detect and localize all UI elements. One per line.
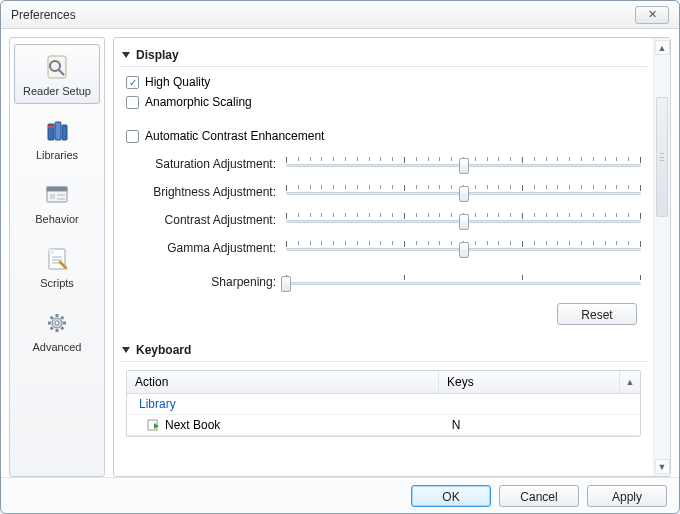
row-action: Next Book [165, 418, 220, 432]
svg-line-23 [61, 327, 63, 329]
main-scroll-area: Display ✓ High Quality Anamorphic Scalin… [114, 38, 653, 476]
group-label: Library [127, 394, 441, 414]
sharpening-label: Sharpening: [146, 275, 276, 289]
ok-button[interactable]: OK [411, 485, 491, 507]
chevron-down-icon [122, 52, 130, 58]
high-quality-row: ✓ High Quality [126, 75, 641, 89]
sidebar-item-label: Scripts [40, 277, 74, 289]
table-group-row[interactable]: Library [127, 394, 640, 415]
svg-rect-6 [48, 126, 54, 128]
svg-line-22 [51, 317, 53, 319]
sidebar-item-libraries[interactable]: Libraries [14, 108, 100, 168]
saturation-row: Saturation Adjustment: [146, 155, 641, 173]
book-next-icon [147, 418, 161, 432]
brightness-slider[interactable] [286, 183, 641, 201]
svg-rect-11 [57, 198, 65, 200]
saturation-slider[interactable] [286, 155, 641, 173]
slider-handle[interactable] [459, 186, 469, 202]
sidebar-item-reader-setup[interactable]: Reader Setup [14, 44, 100, 104]
slider-block: Saturation Adjustment: Brightness Adjust… [126, 155, 641, 291]
gamma-slider[interactable] [286, 239, 641, 257]
col-keys[interactable]: Keys [439, 371, 620, 393]
window-icon [41, 179, 73, 211]
reset-row: Reset [126, 297, 641, 327]
section-title: Display [136, 48, 179, 62]
sharpening-slider[interactable] [286, 273, 641, 291]
sidebar-item-behavior[interactable]: Behavior [14, 172, 100, 232]
svg-point-17 [55, 321, 59, 325]
slider-handle[interactable] [459, 242, 469, 258]
vertical-scrollbar[interactable]: ▲ ▼ [653, 38, 670, 476]
auto-contrast-checkbox[interactable] [126, 130, 139, 143]
svg-rect-8 [47, 187, 67, 191]
sharpening-row: Sharpening: [146, 273, 641, 291]
close-button[interactable]: ✕ [635, 6, 669, 24]
keyboard-section-body: Action Keys ▲ Library [120, 362, 647, 441]
auto-contrast-row: Automatic Contrast Enhancement [126, 129, 641, 143]
contrast-slider[interactable] [286, 211, 641, 229]
display-section-body: ✓ High Quality Anamorphic Scaling Automa… [120, 67, 647, 331]
chevron-down-icon [122, 347, 130, 353]
scroll-thumb[interactable] [656, 97, 668, 217]
main-panel: Display ✓ High Quality Anamorphic Scalin… [113, 37, 671, 477]
cancel-button[interactable]: Cancel [499, 485, 579, 507]
sidebar-item-label: Reader Setup [23, 85, 91, 97]
col-scroll-indicator[interactable]: ▲ [620, 371, 640, 393]
anamorphic-checkbox[interactable] [126, 96, 139, 109]
svg-rect-5 [62, 125, 67, 140]
table-row[interactable]: Next Book N [127, 415, 640, 436]
slider-handle[interactable] [459, 158, 469, 174]
preferences-window: Preferences ✕ Reader Setup [0, 0, 680, 514]
high-quality-label: High Quality [145, 75, 210, 89]
sidebar-item-scripts[interactable]: Scripts [14, 236, 100, 296]
keyboard-section: Keyboard Action Keys ▲ Library [120, 339, 647, 441]
scroll-down-button[interactable]: ▼ [655, 459, 670, 474]
books-icon [41, 115, 73, 147]
section-title: Keyboard [136, 343, 191, 357]
scroll-up-button[interactable]: ▲ [655, 40, 670, 55]
display-section-header[interactable]: Display [120, 44, 647, 67]
svg-rect-9 [50, 194, 55, 199]
slider-ticks [286, 275, 641, 281]
svg-line-24 [51, 327, 53, 329]
svg-line-25 [61, 317, 63, 319]
reset-button[interactable]: Reset [557, 303, 637, 325]
titlebar: Preferences ✕ [1, 1, 679, 29]
anamorphic-label: Anamorphic Scaling [145, 95, 252, 109]
display-section: Display ✓ High Quality Anamorphic Scalin… [120, 44, 647, 331]
brightness-label: Brightness Adjustment: [146, 185, 276, 199]
contrast-label: Contrast Adjustment: [146, 213, 276, 227]
keyboard-table: Action Keys ▲ Library [126, 370, 641, 437]
contrast-row: Contrast Adjustment: [146, 211, 641, 229]
keyboard-section-header[interactable]: Keyboard [120, 339, 647, 362]
row-keys: N [444, 415, 620, 435]
slider-handle[interactable] [281, 276, 291, 292]
col-action[interactable]: Action [127, 371, 439, 393]
slider-handle[interactable] [459, 214, 469, 230]
svg-rect-4 [55, 122, 61, 140]
slider-track [286, 282, 641, 285]
window-body: Reader Setup Libraries [1, 29, 679, 477]
magnifier-page-icon [41, 51, 73, 83]
sidebar-item-advanced[interactable]: Advanced [14, 300, 100, 360]
apply-button[interactable]: Apply [587, 485, 667, 507]
sidebar-item-label: Libraries [36, 149, 78, 161]
svg-rect-10 [57, 194, 65, 196]
chevron-up-icon: ▲ [626, 377, 635, 387]
brightness-row: Brightness Adjustment: [146, 183, 641, 201]
saturation-label: Saturation Adjustment: [146, 157, 276, 171]
sidebar: Reader Setup Libraries [9, 37, 105, 477]
high-quality-checkbox[interactable]: ✓ [126, 76, 139, 89]
gear-icon [41, 307, 73, 339]
table-header: Action Keys ▲ [127, 371, 640, 394]
sidebar-item-label: Advanced [33, 341, 82, 353]
window-title: Preferences [11, 8, 635, 22]
anamorphic-row: Anamorphic Scaling [126, 95, 641, 109]
auto-contrast-label: Automatic Contrast Enhancement [145, 129, 324, 143]
script-icon [41, 243, 73, 275]
gamma-label: Gamma Adjustment: [146, 241, 276, 255]
sidebar-item-label: Behavior [35, 213, 78, 225]
scroll-track[interactable] [654, 57, 670, 457]
close-icon: ✕ [648, 8, 657, 21]
gamma-row: Gamma Adjustment: [146, 239, 641, 257]
